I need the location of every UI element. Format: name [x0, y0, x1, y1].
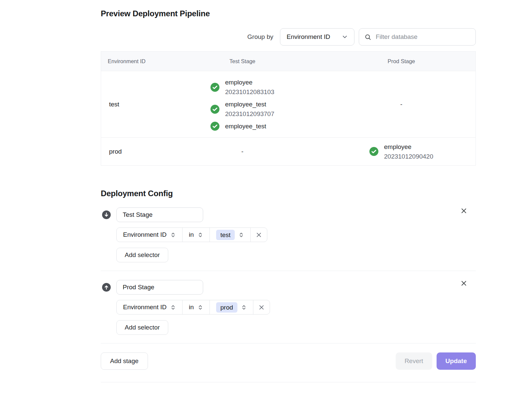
column-header-prod-stage: Prod Stage	[327, 58, 475, 65]
column-header-environment-id: Environment ID	[101, 58, 158, 65]
selector-operator-value: in	[189, 231, 194, 238]
database-name: employee	[384, 142, 433, 152]
schema-version: 20231012093707	[225, 109, 274, 119]
selector-field-select[interactable]: Environment ID	[117, 300, 182, 314]
table-row-prod: prod - employee 20231012090420	[101, 137, 475, 165]
update-button[interactable]: Update	[437, 352, 476, 370]
bottom-divider	[101, 382, 476, 382]
remove-stage-button[interactable]	[459, 279, 468, 288]
updown-chevrons-icon	[170, 305, 176, 310]
database-name: employee_test	[225, 121, 266, 131]
revert-button[interactable]: Revert	[396, 352, 432, 370]
updown-chevrons-icon	[198, 305, 203, 310]
stage-name-input[interactable]	[116, 207, 203, 222]
footer-actions: Add stage Revert Update	[101, 352, 476, 370]
deployment-item: employee_test 20231012093707	[210, 99, 274, 119]
database-name: employee_test	[225, 99, 274, 109]
stage-divider	[101, 271, 476, 271]
selector-operator-select[interactable]: in	[182, 300, 209, 314]
stage-config-test: Environment ID in test	[101, 207, 476, 262]
chevron-down-icon	[342, 34, 348, 40]
remove-selector-button[interactable]	[250, 228, 267, 242]
stage-header	[101, 207, 476, 222]
search-icon	[364, 34, 371, 41]
page-title: Preview Deployment Pipeline	[101, 8, 476, 19]
content: Preview Deployment Pipeline Group by Env…	[101, 0, 476, 382]
status-success-icon	[369, 147, 378, 156]
database-filter-input[interactable]	[375, 33, 470, 41]
status-success-icon	[210, 122, 219, 131]
stage-header	[101, 280, 476, 295]
selector-value-select[interactable]: test	[209, 228, 251, 242]
status-success-icon	[210, 83, 219, 92]
close-icon	[256, 232, 262, 238]
selector-field-value: Environment ID	[123, 304, 167, 311]
selector-operator-value: in	[189, 304, 194, 311]
remove-stage-button[interactable]	[459, 206, 468, 215]
group-by-dropdown[interactable]: Environment ID	[280, 28, 354, 46]
database-name: employee	[225, 77, 274, 87]
close-icon	[461, 207, 467, 214]
selector-value-tag: test	[216, 230, 235, 240]
schema-version: 20231012090420	[384, 152, 433, 161]
selector-row: Environment ID in test	[116, 227, 476, 242]
footer-divider	[101, 343, 476, 343]
updown-chevrons-icon	[198, 232, 203, 238]
empty-stage-placeholder: -	[241, 148, 243, 155]
remove-selector-button[interactable]	[253, 300, 270, 314]
group-by-value: Environment ID	[287, 33, 330, 41]
pipeline-table: Environment ID Test Stage Prod Stage tes…	[101, 51, 476, 166]
status-success-icon	[210, 105, 219, 114]
updown-chevrons-icon	[238, 232, 244, 238]
selector-group: Environment ID in test	[116, 227, 267, 242]
stage-name-input[interactable]	[116, 280, 203, 295]
updown-chevrons-icon	[170, 232, 176, 238]
updown-chevrons-icon	[241, 305, 247, 310]
schema-version: 20231012083103	[225, 87, 274, 97]
database-filter	[359, 28, 476, 46]
add-selector-button[interactable]: Add selector	[116, 248, 168, 262]
selector-row: Environment ID in prod	[116, 300, 476, 315]
prod-stage-cell: employee 20231012090420	[327, 138, 475, 165]
selector-value-tag: prod	[216, 302, 237, 313]
prod-stage-cell: -	[327, 71, 475, 137]
arrow-up-circle-icon	[102, 283, 111, 292]
test-stage-cell: employee 20231012083103 employee_test 20…	[158, 71, 327, 137]
pipeline-table-header: Environment ID Test Stage Prod Stage	[101, 52, 475, 71]
table-controls: Group by Environment ID	[101, 28, 476, 46]
deployment-item: employee 20231012090420	[369, 142, 433, 161]
deployment-config-title: Deployment Config	[101, 188, 476, 199]
selector-field-select[interactable]: Environment ID	[117, 228, 182, 242]
add-selector-button[interactable]: Add selector	[116, 320, 168, 335]
selector-field-value: Environment ID	[123, 231, 167, 238]
column-header-test-stage: Test Stage	[158, 58, 327, 65]
page: Preview Deployment Pipeline Group by Env…	[0, 0, 532, 399]
deployment-item: employee_test	[210, 121, 274, 131]
close-icon	[258, 304, 265, 311]
stage-config-prod: Environment ID in prod	[101, 280, 476, 335]
empty-stage-placeholder: -	[400, 101, 402, 108]
group-by-label: Group by	[247, 33, 273, 41]
selector-value-select[interactable]: prod	[209, 300, 253, 314]
add-stage-button[interactable]: Add stage	[101, 352, 148, 370]
selector-group: Environment ID in prod	[116, 300, 270, 315]
footer-right-actions: Revert Update	[396, 352, 476, 370]
test-stage-cell: -	[158, 138, 327, 165]
deployment-item: employee 20231012083103	[210, 77, 274, 97]
arrow-down-circle-icon	[102, 210, 111, 219]
environment-id-cell: test	[101, 71, 158, 137]
close-icon	[461, 280, 467, 287]
environment-id-cell: prod	[101, 138, 158, 165]
selector-operator-select[interactable]: in	[182, 228, 209, 242]
table-row-test: test employee 20231012083103	[101, 71, 475, 137]
